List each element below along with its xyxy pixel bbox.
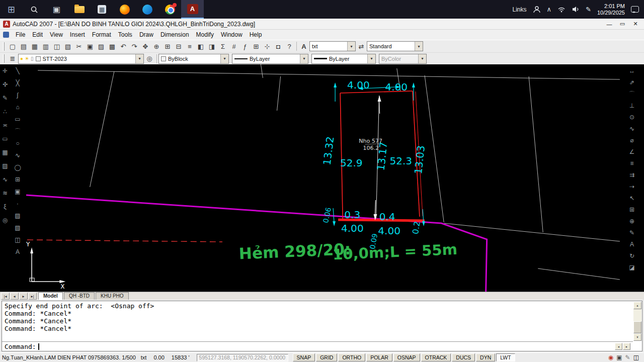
status-toggle-button[interactable]: ORTHO (338, 353, 365, 361)
multiple-points-icon[interactable]: ✣ (1, 80, 10, 89)
lineweight-combo[interactable]: ByLayer ▾ (311, 54, 376, 64)
gradient-icon[interactable]: ▧ (14, 224, 22, 232)
dim-style-combo[interactable]: Standard ▾ (367, 41, 423, 51)
color-combo[interactable]: ByBlock ▾ (158, 54, 229, 64)
menu-item[interactable]: Draw (136, 31, 157, 39)
chevron-down-icon[interactable]: ▾ (135, 54, 143, 63)
arc-length-icon[interactable]: ⌒ (628, 90, 636, 99)
menu-item[interactable]: File (12, 31, 29, 39)
taskbar-clock[interactable]: 2:01 PM 10/29/2025 (597, 3, 625, 16)
new-file-icon[interactable]: ▢ (7, 41, 18, 51)
point-icon[interactable]: ∙ (14, 200, 22, 208)
task-view-button[interactable]: ▣ (45, 0, 68, 19)
command-scrollbar[interactable]: ▴ ▾ (633, 302, 641, 341)
polyline-icon[interactable]: ∫ (14, 91, 22, 100)
autocad-taskbar-button[interactable]: A (181, 0, 204, 19)
linear-dimension-icon[interactable]: ↔ (628, 67, 636, 75)
toolbar-grip[interactable] (3, 42, 5, 51)
status-toggle-button[interactable]: GRID (316, 353, 337, 361)
tolerance-icon[interactable]: ⊞ (628, 206, 636, 214)
radius-icon[interactable]: ⊙ (628, 113, 636, 122)
zoom-window-icon[interactable]: ⊞ (162, 41, 173, 51)
center-mark-icon[interactable]: ⊕ (628, 217, 636, 226)
osnap-settings-icon[interactable]: ⊹ (262, 41, 273, 51)
dimension-update-icon[interactable]: ↻ (628, 252, 636, 260)
status-toggle-button[interactable]: LWT (496, 353, 515, 361)
hatch-icon[interactable]: ▨ (14, 212, 22, 220)
rectangle-icon[interactable]: ▭ (14, 115, 22, 124)
match-properties-icon[interactable]: ▩ (107, 41, 118, 51)
menu-item[interactable]: Edit (29, 31, 46, 39)
circle-icon[interactable]: ○ (14, 139, 22, 148)
tool-palettes-icon[interactable]: ◨ (206, 41, 217, 51)
command-prompt-row[interactable]: Command: ◂ ▸ (2, 341, 633, 351)
dim-style-icon[interactable]: ⇄ (356, 41, 367, 51)
tab-nav-button[interactable]: ▸ (19, 293, 28, 300)
block-icon[interactable]: ◘ (273, 41, 284, 51)
copy-icon[interactable]: ▣ (85, 41, 96, 51)
toolbar-lock-icon[interactable]: ▣ (616, 354, 622, 361)
field-icon[interactable]: ƒ (239, 41, 251, 51)
menu-item[interactable]: Help (246, 31, 266, 39)
chevron-up-icon[interactable]: ∧ (547, 6, 552, 13)
open-file-icon[interactable]: ▤ (18, 41, 29, 51)
helix-icon[interactable]: ξ (1, 203, 10, 211)
angular-icon[interactable]: ∠ (628, 148, 636, 156)
menu-item[interactable]: Format (89, 31, 115, 39)
revision-cloud-icon[interactable]: ∿ (1, 175, 10, 184)
layer-combo[interactable]: ● ☀ ▯ STT-2023 ▾ (18, 54, 144, 64)
ellipse-icon[interactable]: ◯ (14, 163, 22, 172)
aligned-dimension-icon[interactable]: ⇗ (628, 78, 636, 87)
text-icon[interactable]: A (14, 248, 22, 256)
menu-item[interactable]: Dimension (157, 31, 193, 39)
point-style-icon[interactable]: ✛ (1, 67, 10, 75)
chevron-down-icon[interactable]: ▾ (347, 42, 355, 51)
toolbar-grip[interactable] (3, 54, 5, 63)
close-button[interactable]: ✕ (629, 20, 642, 29)
table-icon[interactable]: ⊞ (251, 41, 262, 51)
paste-icon[interactable]: ▨ (96, 41, 107, 51)
sum-icon[interactable]: Σ (217, 41, 228, 51)
cut-icon[interactable]: ✂ (73, 41, 85, 51)
quick-dimension-icon[interactable]: ≡ (628, 159, 636, 168)
scroll-down-icon[interactable]: ▾ (633, 333, 641, 341)
leader-icon[interactable]: ↖ (628, 194, 636, 203)
redo-icon[interactable]: ↷ (129, 41, 140, 51)
divide-icon[interactable]: ∴ (1, 108, 10, 116)
start-button[interactable]: ⊞ (0, 0, 23, 19)
plot-icon[interactable]: ▥ (40, 41, 51, 51)
make-block-icon[interactable]: ▣ (14, 188, 22, 196)
tab-nav-button[interactable]: ◂ (10, 293, 19, 300)
plot-preview-icon[interactable]: ◫ (51, 41, 62, 51)
wifi-icon[interactable] (557, 6, 566, 13)
restore-button[interactable]: ▭ (616, 20, 629, 29)
insert-block-icon[interactable]: ⊞ (14, 175, 22, 184)
notifications-icon[interactable] (631, 6, 639, 13)
layer-on-icon[interactable]: ● (20, 56, 23, 61)
undo-icon[interactable]: ↶ (118, 41, 129, 51)
pen-icon[interactable]: ✎ (586, 6, 591, 13)
scroll-up-icon[interactable]: ▴ (633, 302, 641, 309)
zoom-realtime-icon[interactable]: ⊕ (151, 41, 162, 51)
status-toggle-button[interactable]: POLAR (366, 353, 392, 361)
menu-item[interactable]: Modify (193, 31, 217, 39)
spline-icon[interactable]: ∿ (14, 151, 22, 160)
chevron-down-icon[interactable]: ▾ (220, 54, 228, 63)
search-button[interactable] (23, 0, 45, 19)
annotation-icon[interactable]: ✎ (625, 354, 630, 361)
dimension-text-edit-icon[interactable]: A (628, 240, 636, 249)
chevron-down-icon[interactable]: ▾ (415, 42, 423, 51)
status-toggle-button[interactable]: DYN (476, 353, 495, 361)
make-object-layer-current-icon[interactable]: ◎ (144, 54, 155, 64)
status-toggle-button[interactable]: OTRACK (421, 353, 451, 361)
status-toggle-button[interactable]: SNAP (293, 353, 315, 361)
diameter-icon[interactable]: ⌀ (628, 136, 636, 145)
pan-icon[interactable]: ✥ (140, 41, 151, 51)
edge-button[interactable] (136, 0, 158, 19)
save-icon[interactable]: ▦ (29, 41, 40, 51)
region-2-icon[interactable]: ◫ (14, 236, 22, 244)
text-style-icon[interactable]: A (298, 41, 309, 51)
menu-item[interactable]: View (46, 31, 66, 39)
designcenter-icon[interactable]: ◧ (195, 41, 206, 51)
layer-properties-icon[interactable]: ≣ (7, 54, 18, 64)
